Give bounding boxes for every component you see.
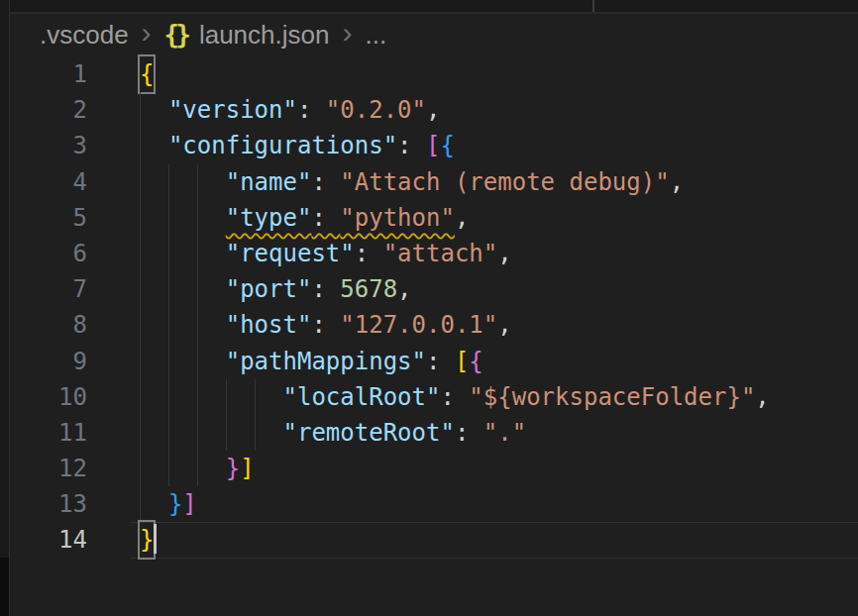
token: : (440, 383, 469, 411)
token: "type" (226, 204, 312, 232)
indent-guide (168, 379, 169, 415)
line-number[interactable]: 14 (10, 522, 87, 558)
line-number[interactable]: 10 (10, 379, 87, 415)
bracket-match: { (140, 56, 154, 92)
token: , (755, 383, 769, 411)
line-content[interactable]: "host": "127.0.0.1", (140, 307, 858, 343)
code-line[interactable]: 1{ (10, 56, 858, 92)
code-line[interactable]: 6 "request": "attach", (10, 236, 858, 271)
line-content[interactable]: } (140, 522, 858, 558)
line-number[interactable]: 9 (10, 344, 87, 379)
line-content[interactable]: "name": "Attach (remote debug)", (140, 164, 858, 200)
line-content[interactable]: { (140, 56, 858, 92)
line-number[interactable]: 11 (10, 415, 87, 451)
indent-guide (226, 379, 227, 415)
code-line[interactable]: 14} (10, 522, 858, 558)
line-number[interactable]: 3 (10, 128, 87, 163)
code-line[interactable]: 12 }] (10, 451, 858, 486)
token: { (440, 132, 454, 159)
indent-guide (140, 236, 141, 271)
indent-guide (197, 379, 198, 415)
line-content[interactable]: "request": "attach", (140, 236, 858, 271)
token: "configurations" (168, 132, 397, 159)
code-line[interactable]: 3 "configurations": [{ (10, 128, 858, 163)
line-number[interactable]: 13 (10, 486, 87, 522)
token: "." (483, 419, 526, 447)
text-cursor (154, 524, 157, 554)
code-line[interactable]: 8 "host": "127.0.0.1", (10, 307, 858, 343)
code-line[interactable]: 10 "localRoot": "${workspaceFolder}", (10, 379, 858, 415)
line-number[interactable]: 6 (10, 236, 87, 271)
indent-guide (168, 271, 169, 307)
indent-guide (140, 128, 141, 163)
indent-guide (168, 307, 169, 343)
line-number[interactable]: 8 (10, 307, 87, 343)
line-content[interactable]: "localRoot": "${workspaceFolder}", (140, 379, 858, 415)
indent-guide (140, 451, 141, 486)
code-line[interactable]: 7 "port": 5678, (10, 271, 858, 307)
line-content[interactable]: "pathMappings": [{ (140, 344, 858, 379)
token: , (455, 204, 469, 232)
token: , (426, 96, 440, 124)
indent-guide (140, 379, 141, 415)
code-line[interactable]: 13 }] (10, 486, 858, 522)
code-line[interactable]: 11 "remoteRoot": "." (10, 415, 858, 451)
code-line[interactable]: 9 "pathMappings": [{ (10, 344, 858, 379)
json-file-icon: {} (164, 20, 187, 50)
token: "version" (168, 96, 297, 124)
indent-guide (140, 344, 141, 379)
indent-guide (168, 164, 169, 200)
token: } (226, 455, 240, 482)
indent-guide (140, 307, 141, 343)
token: ] (240, 455, 254, 482)
left-edge-panel (0, 0, 10, 616)
indent-guide (197, 200, 198, 236)
line-content[interactable]: "remoteRoot": "." (140, 415, 858, 451)
indent-guide (255, 379, 256, 415)
token: : (397, 132, 426, 159)
token: "localRoot" (283, 383, 441, 411)
token: : (311, 168, 340, 196)
token: "0.2.0" (326, 96, 426, 124)
line-content[interactable]: "port": 5678, (140, 271, 858, 307)
chevron-right-icon: › (342, 18, 352, 48)
token: "port" (226, 275, 312, 303)
indent-guide (140, 200, 141, 236)
token: [ (455, 348, 469, 375)
editor-code-area: 1{2 "version": "0.2.0",3 "configurations… (10, 56, 858, 559)
token: , (497, 240, 511, 267)
line-content[interactable]: "configurations": [{ (140, 128, 858, 163)
tab-divider (592, 0, 594, 12)
token: ] (182, 490, 196, 518)
indent-guide (168, 451, 169, 486)
breadcrumb-symbol-more[interactable]: ... (365, 20, 386, 51)
line-content[interactable]: }] (140, 451, 858, 486)
line-number[interactable]: 4 (10, 164, 87, 200)
token: "remoteRoot" (283, 419, 455, 447)
token: 5678 (340, 275, 397, 303)
code-line[interactable]: 4 "name": "Attach (remote debug)", (10, 164, 858, 200)
indent-guide (168, 236, 169, 271)
breadcrumb-folder[interactable]: .vscode (40, 20, 129, 51)
token: [ (426, 132, 440, 159)
line-number[interactable]: 7 (10, 271, 87, 307)
line-number[interactable]: 12 (10, 451, 87, 486)
token: "host" (226, 311, 312, 339)
line-number[interactable]: 5 (10, 200, 87, 236)
token: "pathMappings" (226, 348, 426, 375)
line-number[interactable]: 1 (10, 56, 87, 92)
line-content[interactable]: "type": "python", (140, 200, 858, 236)
indent-guide (197, 415, 198, 451)
indent-guide (168, 344, 169, 379)
chevron-right-icon: › (142, 18, 152, 48)
tab-bar-edge (10, 0, 858, 14)
indent-guide (197, 271, 198, 307)
code-line[interactable]: 2 "version": "0.2.0", (10, 92, 858, 128)
token: } (168, 490, 182, 518)
code-line[interactable]: 5 "type": "python", (10, 200, 858, 236)
indent-guide (197, 307, 198, 343)
line-number[interactable]: 2 (10, 92, 87, 128)
breadcrumb-file[interactable]: launch.json (199, 20, 330, 51)
line-content[interactable]: "version": "0.2.0", (140, 92, 858, 128)
line-content[interactable]: }] (140, 486, 858, 522)
